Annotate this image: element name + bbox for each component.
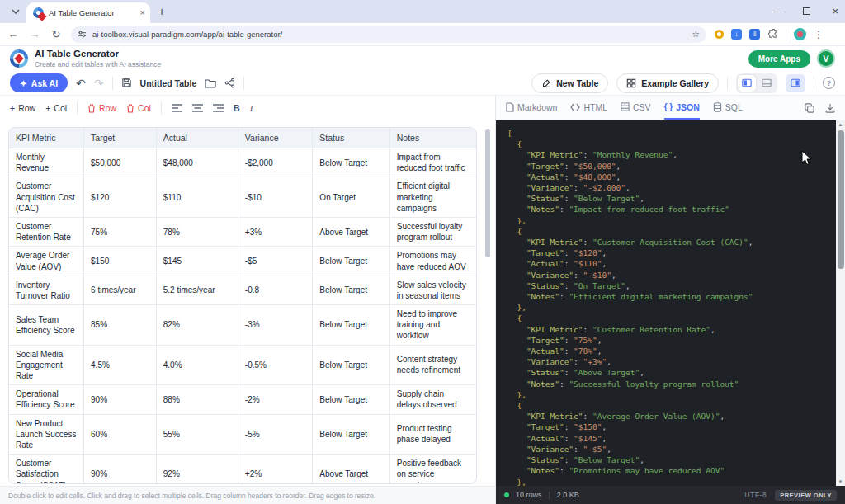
tab-search-chevron-icon[interactable] [7,2,25,21]
table-cell[interactable]: Efficient digital marketing campaigns [389,177,476,218]
browser-profile-avatar[interactable] [794,28,806,40]
table-cell[interactable]: 75% [84,217,157,246]
table-cell[interactable]: 85% [84,305,157,346]
table-cell[interactable]: Below Target [313,247,389,276]
table-cell[interactable]: 90% [84,385,157,414]
tab-json[interactable]: { } JSON [664,96,700,120]
table-cell[interactable]: -$10 [238,177,313,218]
table-cell[interactable]: $50,000 [84,148,157,177]
table-cell[interactable]: Sales Team Efficiency Score [9,305,84,346]
table-cell[interactable]: 60% [84,414,157,455]
browser-menu-icon[interactable]: ⋮ [814,29,824,40]
browser-tab[interactable]: AI Table Generator × [26,2,150,23]
url-text[interactable]: ai-toolbox.visual-paradigm.com/app/ai-ta… [92,30,686,39]
new-table-button[interactable]: New Table [531,73,608,93]
window-minimize-icon[interactable]: — [772,6,781,16]
extensions-puzzle-icon[interactable] [767,29,778,40]
table-cell[interactable]: Monthly Revenue [9,148,84,177]
scrollbar-thumb[interactable] [838,130,844,269]
table-cell[interactable]: $48,000 [156,148,238,177]
scroll-up-icon[interactable]: ▲ [836,120,845,129]
table-cell[interactable]: 6 times/year [84,276,157,304]
window-maximize-icon[interactable] [803,7,810,15]
table-cell[interactable]: -$2,000 [238,148,313,177]
document-title[interactable]: Untitled Table [140,78,197,88]
table-cell[interactable]: Customer Satisfaction Score (CSAT) [9,455,84,484]
table-cell[interactable]: -0.8 [238,276,313,304]
download-icon[interactable] [825,103,835,113]
site-settings-icon[interactable] [78,30,87,39]
align-left-icon[interactable] [172,104,182,112]
table-cell[interactable]: Operational Efficiency Score [9,385,84,414]
table-cell[interactable]: $145 [156,247,238,276]
table-cell[interactable]: Customer Retention Rate [9,217,84,246]
help-icon[interactable]: ? [823,77,835,89]
example-gallery-button[interactable]: Example Gallery [616,73,719,93]
code-preview[interactable]: [ { "KPI Metric": "Monthly Revenue", "Ta… [496,120,845,486]
table-cell[interactable]: -$5 [238,247,313,276]
tab-markdown[interactable]: Markdown [506,96,557,120]
table-cell[interactable]: Above Target [313,455,389,484]
extension-download-icon[interactable]: ↓ [731,29,742,40]
delete-column-button[interactable]: Col [126,103,151,113]
table-cell[interactable]: $120 [84,177,157,218]
undo-icon[interactable]: ↶ [76,77,86,90]
tab-csv[interactable]: CSV [621,96,651,120]
table-cell[interactable]: Impact from reduced foot traffic [389,148,476,177]
extension-ring-icon[interactable] [715,30,724,39]
code-scrollbar[interactable]: ▲ ▼ [836,120,845,486]
table-cell[interactable]: 55% [156,414,238,455]
table-cell[interactable]: 4.0% [156,345,238,385]
table-cell[interactable]: Below Target [313,414,389,455]
table-cell[interactable]: $110 [156,177,238,218]
scroll-down-icon[interactable]: ▼ [836,478,845,486]
save-icon[interactable] [121,78,132,88]
table-cell[interactable]: Above Target [313,217,389,246]
table-cell[interactable]: Social Media Engagement Rate [9,345,84,385]
table-column-header[interactable]: Actual [156,128,238,148]
table-cell[interactable]: 88% [156,385,238,414]
table-cell[interactable]: Product testing phase delayed [389,414,476,455]
table-cell[interactable]: Promotions may have reduced AOV [389,247,476,276]
more-apps-button[interactable]: More Apps [748,50,810,68]
table-cell[interactable]: Inventory Turnover Ratio [9,276,84,304]
window-close-icon[interactable]: × [832,5,838,17]
open-folder-icon[interactable] [205,78,216,88]
table-cell[interactable]: -3% [238,305,313,346]
table-scrollbar[interactable] [485,129,490,257]
table-cell[interactable]: $150 [84,247,157,276]
tab-html[interactable]: HTML [570,96,607,120]
table-cell[interactable]: 5.2 times/year [156,276,238,304]
table-column-header[interactable]: Status [313,128,389,148]
delete-row-button[interactable]: Row [87,103,116,113]
new-tab-button[interactable]: + [158,5,165,18]
table-cell[interactable]: New Product Launch Success Rate [9,414,84,455]
table-cell[interactable]: Slow sales velocity in seasonal items [389,276,476,304]
table-column-header[interactable]: Notes [389,128,476,148]
table-cell[interactable]: Below Target [313,385,389,414]
copy-icon[interactable] [805,103,814,113]
ask-ai-button[interactable]: ✦ Ask AI [10,73,68,92]
table-cell[interactable]: Content strategy needs refinement [389,345,476,385]
redo-icon[interactable]: ↷ [94,77,104,90]
tab-sql[interactable]: SQL [713,96,743,120]
table-cell[interactable]: -2% [238,385,313,414]
table-column-header[interactable]: Target [84,128,157,148]
layout-split-view-button[interactable] [738,75,756,92]
table-cell[interactable]: Positive feedback on service experience [389,455,476,484]
back-icon[interactable]: ← [7,28,20,40]
toggle-right-panel-button[interactable] [786,74,805,92]
table-column-header[interactable]: KPI Metric [9,128,84,148]
bookmark-star-icon[interactable]: ☆ [692,29,700,40]
extension-save-icon[interactable]: ⇓ [749,29,760,40]
layout-bottom-panel-button[interactable] [758,75,776,92]
forward-icon[interactable]: → [28,28,41,40]
align-right-icon[interactable] [213,104,224,112]
user-avatar[interactable]: V [817,49,835,68]
table-cell[interactable]: 90% [84,455,157,484]
tab-close-icon[interactable]: × [140,8,145,17]
reload-icon[interactable]: ↻ [50,28,63,40]
table-cell[interactable]: 82% [156,305,238,346]
italic-icon[interactable]: I [250,103,253,113]
table-cell[interactable]: On Target [313,177,389,218]
